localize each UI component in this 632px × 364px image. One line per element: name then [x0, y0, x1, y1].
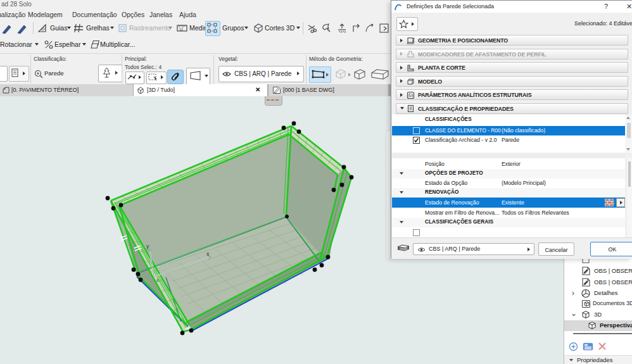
- svg-text:x: x: [206, 251, 210, 257]
- svg-text:y: y: [146, 243, 149, 249]
- svg-text:z: z: [156, 277, 159, 283]
- svg-text:12: 12: [179, 27, 183, 31]
